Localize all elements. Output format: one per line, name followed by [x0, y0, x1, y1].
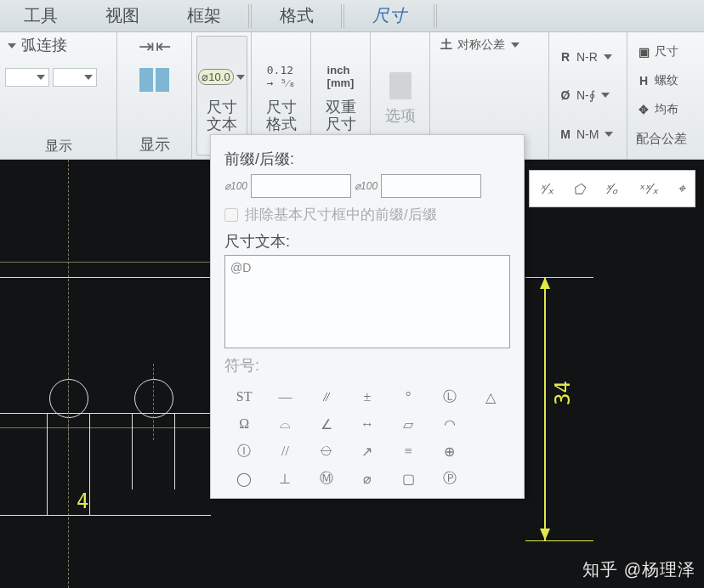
gd-t-toolbar: ˣ∕ₓ ⬠ ˣ∕ₒ ˣˣ∕ₓ ⌖: [529, 170, 695, 207]
dimension-text-panel: 前缀/后缀: ⌀100 ⌀100 排除基本尺寸框中的前缀/后缀 尺寸文本: 符号…: [210, 134, 525, 499]
symbol-btn[interactable]: °: [389, 384, 428, 410]
exclude-checkbox[interactable]: [224, 208, 238, 222]
symbol-btn[interactable]: ⦵: [307, 438, 346, 464]
symbol-btn[interactable]: [471, 466, 510, 491]
rdim-button[interactable]: ▣尺寸: [636, 44, 687, 59]
symbol-btn[interactable]: ↗: [348, 438, 387, 464]
arc-connect-label: 弧连接: [21, 36, 67, 56]
symbol-btn[interactable]: Ⓟ: [429, 466, 468, 491]
symbol-btn[interactable]: Ⓘ: [224, 438, 264, 464]
symbol-btn[interactable]: ▢: [389, 466, 428, 491]
dual-dim-label: 双重 尺寸: [326, 98, 356, 135]
menu-tools[interactable]: 工具: [0, 4, 82, 27]
combo-2[interactable]: [53, 68, 97, 87]
symbol-btn[interactable]: △: [471, 384, 510, 410]
thread-button[interactable]: H螺纹: [636, 73, 687, 88]
dim-text-input[interactable]: [224, 255, 510, 348]
watermark: 知乎 @杨理泽: [582, 558, 695, 581]
menu-separator: [341, 4, 345, 28]
symbol-btn[interactable]: ↔: [348, 411, 387, 437]
suffix-hint: ⌀100: [355, 180, 378, 192]
symbol-btn[interactable]: ⌀: [348, 466, 387, 491]
uniform-button[interactable]: ✥均布: [636, 102, 687, 117]
group-show-label: 显示: [45, 138, 72, 155]
symbol-btn[interactable]: Ⓛ: [429, 384, 468, 410]
menu-separator: [248, 4, 253, 28]
symbol-btn[interactable]: ST: [224, 384, 264, 410]
symbols-label: 符号:: [224, 355, 510, 376]
symbol-btn[interactable]: ⫽: [307, 384, 346, 410]
symbol-btn[interactable]: ⌓: [265, 411, 304, 437]
show-button[interactable]: 显示: [139, 135, 170, 155]
options-label: 选项: [385, 106, 416, 127]
dim-text-label: 尺寸 文本: [207, 98, 237, 135]
dropdown-icon[interactable]: [8, 43, 16, 48]
symbol-btn[interactable]: ≡: [389, 438, 428, 464]
menu-dimension[interactable]: 尺寸: [349, 4, 430, 27]
symbol-btn[interactable]: [471, 438, 510, 464]
symbol-btn[interactable]: Ⓜ: [307, 466, 346, 491]
menu-format[interactable]: 格式: [256, 4, 338, 27]
phi-icon: ⌀10.0: [198, 69, 233, 85]
suffix-input[interactable]: [381, 174, 481, 198]
ns-button[interactable]: ØN-∮: [558, 88, 618, 102]
symbol-btn[interactable]: ⊕: [429, 438, 468, 464]
exclude-label: 排除基本尺寸框中的前缀/后缀: [245, 205, 437, 224]
symbol-btn[interactable]: Ω: [224, 411, 264, 437]
prefix-suffix-label: 前缀/后缀:: [224, 149, 510, 169]
symbol-btn[interactable]: ±: [348, 384, 387, 410]
symbol-btn[interactable]: [471, 411, 510, 437]
fit-tol-button[interactable]: 配合公差: [636, 131, 687, 147]
gdt-icon[interactable]: ˣ∕ₒ: [605, 181, 619, 197]
gdt-icon[interactable]: ˣ∕ₓ: [539, 181, 554, 197]
combo-1[interactable]: [5, 68, 49, 87]
prefix-hint: ⌀100: [224, 180, 247, 192]
fraction-icon: 0.12 → ⁵⁄₈: [267, 57, 295, 98]
symbol-btn[interactable]: ∠: [307, 411, 346, 437]
menu-separator: [434, 4, 438, 28]
prefix-input[interactable]: [251, 174, 351, 198]
exclude-checkbox-row[interactable]: 排除基本尺寸框中的前缀/后缀: [224, 205, 510, 224]
gdt-icon[interactable]: ⬠: [573, 181, 585, 197]
page-icon: [389, 72, 412, 99]
gdt-icon[interactable]: ⌖: [678, 181, 685, 196]
nr-button[interactable]: RN-R: [558, 50, 618, 64]
symbol-btn[interactable]: —: [265, 384, 304, 410]
gdt-icon[interactable]: ˣˣ∕ₓ: [638, 181, 658, 197]
dimension-34: 34: [551, 381, 575, 405]
dim-text-label: 尺寸文本:: [224, 231, 510, 252]
symbol-btn[interactable]: ◠: [429, 411, 468, 437]
menu-frame[interactable]: 框架: [163, 4, 245, 27]
hole-circle: [134, 379, 173, 418]
menu-bar: 工具 视图 框架 格式 尺寸: [0, 0, 704, 32]
dim-format-label: 尺寸 格式: [266, 98, 297, 135]
nm-button[interactable]: MN-M: [558, 127, 618, 141]
sym-tol-button[interactable]: 土对称公差: [439, 37, 540, 53]
hole-circle: [49, 379, 88, 418]
menu-view[interactable]: 视图: [82, 4, 163, 27]
symbol-grid: ST — ⫽ ± ° Ⓛ △ Ω ⌓ ∠ ↔ ▱ ◠ Ⓘ // ⦵ ↗ ≡ ⊕ …: [224, 384, 510, 491]
symbol-btn[interactable]: ◯: [224, 466, 264, 491]
symbol-btn[interactable]: ⊥: [265, 466, 304, 491]
dimension-4: 4: [77, 489, 88, 513]
dimension-arrow: [544, 277, 546, 540]
symbol-btn[interactable]: //: [265, 438, 304, 464]
symbol-btn[interactable]: ▱: [389, 411, 428, 437]
inch-icon: inch [mm]: [327, 57, 355, 98]
